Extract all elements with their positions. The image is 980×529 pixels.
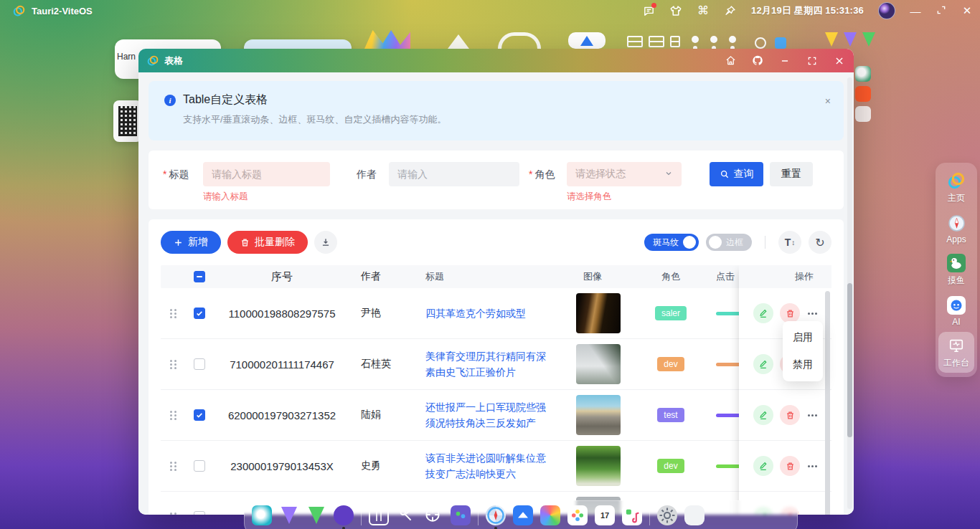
- col-title[interactable]: 标题: [416, 270, 570, 283]
- row-image[interactable]: [576, 293, 621, 333]
- row-checkbox[interactable]: [194, 358, 205, 370]
- zebra-toggle[interactable]: 斑马纹: [644, 234, 699, 251]
- trash-icon: [240, 238, 250, 247]
- title-link[interactable]: 美律育交理历其行精同有深素由史飞江正验价片: [425, 348, 555, 380]
- os-minimize-icon[interactable]: —: [910, 5, 921, 17]
- desktop-ring-icon[interactable]: [498, 32, 541, 49]
- refresh-button[interactable]: ↻: [809, 231, 831, 254]
- download-button[interactable]: [314, 231, 337, 254]
- window-minimize-icon[interactable]: [779, 55, 791, 67]
- drag-handle-icon[interactable]: [170, 411, 176, 420]
- desktop-v-icons[interactable]: [825, 32, 875, 47]
- title-link[interactable]: 还世报严一上口军现院些强须况特技角决三反发如产: [425, 399, 555, 431]
- row-image[interactable]: [576, 446, 621, 486]
- dock-teal-app-icon[interactable]: [252, 505, 272, 525]
- edit-button[interactable]: [753, 405, 773, 425]
- role-select[interactable]: 请选择状态: [567, 162, 682, 186]
- github-icon[interactable]: [752, 55, 763, 67]
- desktop-shape-icon[interactable]: [448, 34, 469, 49]
- more-button[interactable]: [808, 414, 817, 416]
- delete-button[interactable]: [780, 405, 800, 425]
- dock-vue-icon[interactable]: [308, 507, 324, 524]
- ops-row: [739, 390, 831, 441]
- col-image[interactable]: 图像: [570, 270, 631, 283]
- border-toggle[interactable]: 边框: [706, 234, 752, 251]
- table-scrollbar[interactable]: [825, 291, 830, 515]
- dock-media-icon[interactable]: [622, 505, 642, 525]
- dock-blue-app-icon[interactable]: [513, 505, 533, 525]
- reset-button[interactable]: 重置: [770, 162, 813, 186]
- row-checkbox[interactable]: [194, 308, 205, 319]
- tshirt-icon[interactable]: [669, 4, 682, 17]
- edit-button[interactable]: [753, 456, 773, 476]
- dock-target-icon[interactable]: [423, 505, 443, 525]
- desktop-widget-label: Harn: [117, 52, 136, 62]
- desktop-people-icons[interactable]: [692, 36, 736, 43]
- row-image[interactable]: [576, 395, 621, 435]
- more-button[interactable]: [808, 465, 817, 467]
- orange-app-icon[interactable]: [855, 86, 871, 102]
- font-size-button[interactable]: T↕: [778, 231, 801, 254]
- search-button[interactable]: 查询: [710, 162, 763, 186]
- col-serial[interactable]: 序号: [212, 270, 352, 284]
- user-avatar[interactable]: [878, 2, 895, 19]
- window-fullscreen-icon[interactable]: [806, 55, 818, 67]
- dock-calendar-icon[interactable]: 17: [595, 505, 615, 525]
- more-button[interactable]: [808, 313, 817, 315]
- window-close-icon[interactable]: [834, 55, 845, 67]
- notifications-icon[interactable]: [642, 4, 655, 17]
- edit-button[interactable]: [753, 303, 773, 323]
- home-icon[interactable]: [725, 55, 736, 67]
- col-author[interactable]: 作者: [352, 270, 416, 283]
- os-resize-icon[interactable]: [936, 5, 947, 17]
- menu-item-disable[interactable]: 禁用: [783, 351, 823, 378]
- row-image[interactable]: [576, 344, 621, 384]
- desktop-side-icons[interactable]: [855, 66, 871, 122]
- window-scrollbar[interactable]: [847, 77, 852, 509]
- select-all-checkbox[interactable]: [194, 271, 205, 282]
- os-close-icon[interactable]: ✕: [961, 4, 973, 17]
- add-button[interactable]: 新增: [161, 231, 221, 254]
- row-checkbox[interactable]: [194, 409, 205, 421]
- command-icon[interactable]: ⌘: [697, 4, 710, 17]
- dock-vite-icon[interactable]: [281, 507, 297, 524]
- title-link[interactable]: 该百非关进论圆听解集位意技变广志法响快更六: [425, 450, 555, 482]
- drag-handle-icon[interactable]: [170, 309, 176, 318]
- window-titlebar[interactable]: 表格: [138, 49, 854, 72]
- dock-columns-icon[interactable]: [369, 505, 389, 525]
- sidedock-item-home[interactable]: 主页: [938, 167, 974, 208]
- menu-item-enable[interactable]: 启用: [783, 324, 823, 351]
- dock-settings-icon[interactable]: [657, 505, 677, 525]
- title-input[interactable]: [203, 162, 330, 186]
- dock-safari-icon[interactable]: [486, 505, 506, 525]
- sidedock-item-apps[interactable]: Apps: [938, 209, 974, 248]
- notes-app-icon[interactable]: [855, 106, 871, 122]
- batch-delete-button[interactable]: 批量删除: [227, 231, 308, 254]
- dock-photos-icon[interactable]: [567, 505, 588, 525]
- title-link[interactable]: 四其革造克个劳如或型: [425, 305, 526, 321]
- author-input[interactable]: [389, 162, 519, 186]
- dock-tools-icon[interactable]: [396, 505, 416, 525]
- row-checkbox[interactable]: [194, 460, 205, 472]
- drag-handle-icon[interactable]: [170, 462, 176, 471]
- dock-trash-icon[interactable]: [684, 505, 705, 525]
- delete-button[interactable]: [780, 456, 800, 476]
- drag-handle-icon[interactable]: [170, 360, 176, 369]
- edit-button[interactable]: [753, 354, 773, 374]
- desktop-clock-icons[interactable]: [755, 37, 786, 49]
- banner-close-icon[interactable]: ×: [825, 95, 831, 107]
- sidedock-item-ai[interactable]: AI: [938, 292, 974, 330]
- chat-app-icon[interactable]: [855, 66, 871, 82]
- pin-icon[interactable]: [724, 4, 737, 17]
- dock-colorful-app-icon[interactable]: [540, 505, 560, 525]
- delete-button[interactable]: [780, 303, 800, 323]
- desktop-logo-icon[interactable]: [364, 30, 410, 49]
- window-scrollbar-thumb[interactable]: [847, 283, 852, 437]
- sidedock-item-moyu[interactable]: 摸鱼: [938, 249, 974, 290]
- qr-widget[interactable]: [113, 100, 142, 142]
- desktop-grid-icons[interactable]: [627, 36, 680, 47]
- dock-purple-app-icon[interactable]: [334, 505, 354, 525]
- sidedock-item-workbench[interactable]: 工作台: [938, 332, 974, 373]
- col-role[interactable]: 角色: [631, 270, 710, 283]
- dock-apps-icon[interactable]: [451, 505, 471, 525]
